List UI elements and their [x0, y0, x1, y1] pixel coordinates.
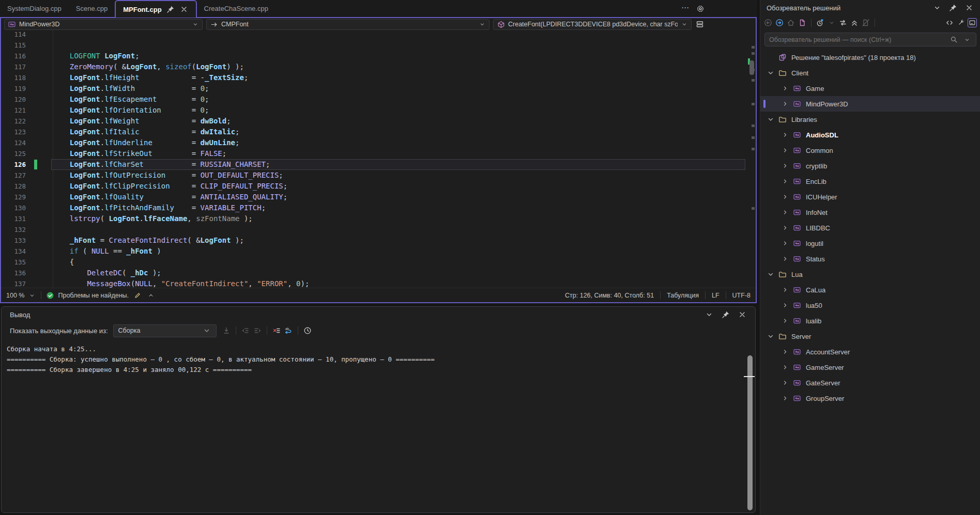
code-line-137[interactable]: 137 MessageBox(NULL, "CreateFontIndirect…	[1, 278, 747, 288]
code-line-121[interactable]: 121 LogFont.lfOrientation = 0;	[1, 105, 747, 116]
code-line-129[interactable]: 129 LogFont.lfQuality = ANTIALIASED_QUAL…	[1, 192, 747, 202]
pending-changes-icon[interactable]	[816, 18, 825, 27]
show-all-files-icon[interactable]	[861, 18, 870, 27]
tree-item-lualib[interactable]: lualib	[760, 313, 980, 329]
tree-item-mindpower3d[interactable]: MindPower3D	[760, 96, 980, 112]
output-scrollbar[interactable]	[747, 355, 753, 510]
chevron-right-icon[interactable]	[781, 255, 789, 263]
home-icon[interactable]	[786, 18, 795, 27]
outdent-icon[interactable]	[241, 326, 250, 335]
breadcrumb-type-dropdown[interactable]: CMPFont	[206, 19, 489, 30]
chevron-right-icon[interactable]	[781, 286, 789, 294]
collapse-all-icon[interactable]	[850, 18, 859, 27]
close-icon[interactable]	[738, 310, 747, 319]
chevron-right-icon[interactable]	[781, 363, 789, 371]
code-line-115[interactable]: 115	[1, 40, 747, 51]
chevron-right-icon[interactable]	[781, 379, 789, 387]
chevron-right-icon[interactable]	[781, 301, 789, 309]
tree-item-gateserver[interactable]: GateServer	[760, 375, 980, 391]
switch-views-icon[interactable]	[838, 18, 848, 27]
problems-indicator[interactable]: Проблемы не найдены.	[45, 291, 129, 300]
eol-mode[interactable]: LF	[712, 292, 719, 299]
code-cleanup-icon[interactable]	[133, 291, 142, 300]
tree-item-gameserver[interactable]: GameServer	[760, 360, 980, 375]
chevron-down-icon[interactable]	[767, 115, 775, 123]
search-input[interactable]	[769, 36, 945, 43]
tree-item-infonet[interactable]: InfoNet	[760, 205, 980, 220]
chevron-right-icon[interactable]	[781, 208, 789, 216]
tree-item-libraries[interactable]: Libraries	[760, 112, 980, 127]
code-line-135[interactable]: 135 {	[1, 257, 747, 268]
tree-item-libdbc[interactable]: LIBDBC	[760, 220, 980, 236]
breadcrumb-project-dropdown[interactable]: MindPower3D	[4, 19, 203, 30]
tree-item-accountserver[interactable]: AccountServer	[760, 344, 980, 360]
back-icon[interactable]	[763, 18, 773, 27]
code-line-114[interactable]: 114	[1, 30, 747, 40]
code-line-124[interactable]: 124 LogFont.lfUnderline = dwUnLine;	[1, 137, 747, 148]
close-icon[interactable]	[964, 3, 974, 12]
code-line-119[interactable]: 119 LogFont.lfWidth = 0;	[1, 83, 747, 94]
code-line-127[interactable]: 127 LogFont.lfOutPrecision = OUT_DEFAULT…	[1, 170, 747, 181]
pin-icon[interactable]	[721, 310, 730, 319]
tree-item-groupserver[interactable]: GroupServer	[760, 391, 980, 406]
chevron-right-icon[interactable]	[781, 162, 789, 170]
tab-MPFont.cpp[interactable]: MPFont.cpp	[115, 0, 196, 18]
forward-icon[interactable]	[775, 18, 784, 27]
close-icon[interactable]	[179, 5, 189, 14]
caret-position[interactable]: Стр: 126, Симв: 40, Столб: 51	[565, 292, 654, 299]
tab-CreateChaScene.cpp[interactable]: CreateChaScene.cpp	[197, 0, 275, 17]
properties-icon[interactable]	[956, 18, 966, 27]
tree-item-game[interactable]: Game	[760, 81, 980, 96]
chevron-right-icon[interactable]	[781, 100, 789, 108]
scrollbar-thumb[interactable]	[749, 60, 754, 75]
split-editor-button[interactable]	[695, 20, 705, 29]
code-line-130[interactable]: 130 LogFont.lfPitchAndFamily = VARIABLE_…	[1, 202, 747, 213]
code-view-icon[interactable]	[945, 18, 954, 27]
chevron-down-small-icon[interactable]	[827, 18, 836, 27]
code-line-120[interactable]: 120 LogFont.lfEscapement = 0;	[1, 94, 747, 105]
tab-Scene.cpp[interactable]: Scene.cpp	[69, 0, 115, 17]
zoom-selector[interactable]: 100 %	[6, 291, 37, 300]
code-line-118[interactable]: 118 LogFont.lfHeight = -_TextSize;	[1, 72, 747, 83]
timestamp-icon[interactable]	[303, 326, 312, 335]
tree-item-cryptlib[interactable]: cryptlib	[760, 158, 980, 174]
chevron-right-icon[interactable]	[781, 348, 789, 356]
chevron-down-icon[interactable]	[962, 35, 972, 44]
breadcrumb-member-dropdown[interactable]: CreateFont(LPDIRECT3DDEVICE8 pd3dDevice,…	[493, 19, 692, 30]
code-line-128[interactable]: 128 LogFont.lfClipPrecision = CLIP_DEFAU…	[1, 181, 747, 192]
output-source-dropdown[interactable]: Сборка	[113, 324, 217, 337]
tree-item-common[interactable]: Common	[760, 143, 980, 158]
chevron-down-icon[interactable]	[932, 3, 942, 12]
tree-item-audiosdl[interactable]: AudioSDL	[760, 127, 980, 143]
indent-mode[interactable]: Табуляция	[667, 292, 699, 299]
code-editor[interactable]: 114115116 LOGFONT LogFont;117 ZeroMemory…	[1, 30, 756, 288]
indent-icon[interactable]	[253, 326, 262, 335]
word-wrap-icon[interactable]: ab	[284, 326, 293, 335]
chevron-down-icon[interactable]	[767, 332, 775, 340]
tree-item-enclib[interactable]: EncLib	[760, 174, 980, 189]
tree-item-logutil[interactable]: logutil	[760, 236, 980, 251]
code-line-133[interactable]: 133 _hFont = CreateFontIndirect( &LogFon…	[1, 235, 747, 246]
chevron-right-icon[interactable]	[781, 193, 789, 201]
preview-icon[interactable]	[968, 18, 977, 27]
tree-item-status[interactable]: Status	[760, 251, 980, 267]
code-line-126[interactable]: 126 LogFont.lfCharSet = RUSSIAN_CHARSET;	[1, 159, 747, 170]
code-line-117[interactable]: 117 ZeroMemory( &LogFont, sizeof(LogFont…	[1, 61, 747, 72]
pin-icon[interactable]	[166, 5, 175, 14]
chevron-right-icon[interactable]	[781, 146, 789, 154]
gear-icon[interactable]	[696, 4, 705, 13]
chevron-right-icon[interactable]	[781, 394, 789, 402]
chevron-down-icon[interactable]	[767, 69, 775, 77]
explorer-search-box[interactable]	[764, 33, 976, 46]
tab-overflow-button[interactable]: ⋯	[681, 3, 690, 12]
chevron-down-icon[interactable]	[705, 310, 714, 319]
chevron-up-icon[interactable]	[146, 291, 156, 300]
chevron-right-icon[interactable]	[781, 131, 789, 139]
code-line-136[interactable]: 136 DeleteDC( _hDc );	[1, 268, 747, 278]
clear-all-icon[interactable]	[272, 326, 281, 335]
chevron-right-icon[interactable]	[781, 239, 789, 247]
code-line-131[interactable]: 131 lstrcpy( LogFont.lfFaceName, szFontN…	[1, 213, 747, 224]
sync-active-document-icon[interactable]	[798, 18, 807, 27]
code-line-132[interactable]: 132	[1, 224, 747, 235]
tree-item-lua50[interactable]: lua50	[760, 298, 980, 313]
